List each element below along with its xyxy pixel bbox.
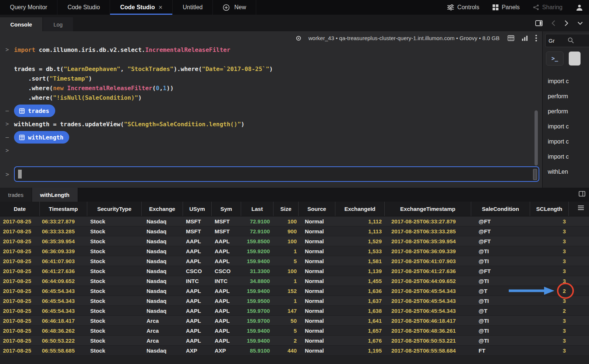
- input-scrollbar[interactable]: [533, 169, 537, 180]
- console-input[interactable]: [14, 166, 539, 182]
- table-row[interactable]: 2017-08-2506:55:58.685StockNasdaqAXPAXP8…: [0, 346, 589, 356]
- column-menu-icon[interactable]: [578, 205, 584, 210]
- sharing-button[interactable]: Sharing: [533, 4, 562, 11]
- column-header-sclength[interactable]: SCLength: [530, 202, 569, 216]
- nav-tab-query-monitor[interactable]: Query Monitor: [0, 0, 57, 15]
- tab-trades[interactable]: trades: [0, 188, 32, 202]
- table-row[interactable]: 2017-08-2506:48:36.262StockArcaAAPLAAPL1…: [0, 326, 589, 336]
- cell: Nasdaq: [142, 296, 183, 305]
- cell: 1,533: [335, 246, 385, 256]
- close-icon[interactable]: ×: [159, 4, 163, 11]
- history-item[interactable]: withLen: [543, 164, 589, 179]
- table-row[interactable]: 2017-08-2506:50:53.222StockArcaAAPLAAPL1…: [0, 336, 589, 346]
- cell: Nasdaq: [142, 216, 183, 226]
- tab-label: withLength: [40, 192, 70, 198]
- cell: 3: [530, 316, 569, 325]
- cell: Stock: [87, 216, 142, 226]
- table-row[interactable]: 2017-08-2506:36:09.339StockNasdaqAAPLAAP…: [0, 246, 589, 256]
- history-search-input[interactable]: [545, 34, 589, 47]
- table-icon: [19, 108, 25, 114]
- cell: 72.9100: [241, 216, 274, 226]
- top-nav: Query Monitor Code Studio Code Studio × …: [0, 0, 589, 15]
- column-header-sym[interactable]: Sym: [212, 202, 241, 216]
- column-header-securitytype[interactable]: SecurityType: [87, 202, 142, 216]
- nav-right: Controls Panels Sharing: [447, 4, 589, 11]
- code-line: >: [0, 146, 542, 155]
- column-header-last[interactable]: Last: [241, 202, 274, 216]
- cell: 1,195: [335, 346, 385, 355]
- column-header-timestamp[interactable]: Timestamp: [40, 202, 87, 216]
- overflow-menu-icon[interactable]: [535, 35, 537, 42]
- tab-log[interactable]: Log: [43, 17, 73, 31]
- table-row[interactable]: 2017-08-2506:44:09.652StockNasdaqINTCINT…: [0, 276, 589, 286]
- new-tab-button[interactable]: New: [213, 0, 256, 15]
- cell: Nasdaq: [142, 266, 183, 276]
- console-scrollbar[interactable]: [535, 110, 538, 166]
- cell: FT: [471, 346, 530, 355]
- cell: 06:48:36.262: [40, 326, 87, 335]
- table-row[interactable]: 2017-08-2506:45:54.343StockNasdaqAAPLAAP…: [0, 306, 589, 316]
- cell: 3: [530, 236, 569, 246]
- column-header-usym[interactable]: USym: [183, 202, 212, 216]
- cell: 159.9200: [241, 246, 274, 256]
- table-view-icon[interactable]: [508, 35, 514, 41]
- withlength-result-button[interactable]: withLength: [14, 131, 69, 144]
- panel-corner-icon[interactable]: [579, 191, 585, 197]
- maximize-panel-icon[interactable]: [535, 20, 543, 26]
- nav-tab-code-studio-1[interactable]: Code Studio: [57, 0, 110, 15]
- table-row[interactable]: 2017-08-2506:41:07.903StockNasdaqAAPLAAP…: [0, 256, 589, 266]
- chevron-right-icon[interactable]: [564, 20, 568, 26]
- table-row[interactable]: 2017-08-2506:46:18.417StockArcaAAPLAAPL1…: [0, 316, 589, 326]
- table-row[interactable]: 2017-08-2506:45:54.343StockNasdaqAAPLAAP…: [0, 296, 589, 306]
- column-header-source[interactable]: Source: [299, 202, 335, 216]
- cell: AAPL: [212, 296, 241, 305]
- history-item[interactable]: import c: [543, 149, 589, 164]
- cell: Normal: [299, 246, 335, 256]
- column-header-exchangeid[interactable]: ExchangeId: [335, 202, 385, 216]
- nav-tab-code-studio-2[interactable]: Code Studio ×: [110, 0, 173, 15]
- controls-button[interactable]: Controls: [447, 4, 479, 11]
- terminal-icon: >_: [551, 55, 558, 62]
- history-item[interactable]: perform: [543, 89, 589, 104]
- column-header-size[interactable]: Size: [274, 202, 299, 216]
- chart-icon[interactable]: [522, 35, 528, 41]
- chevron-left-icon[interactable]: [551, 20, 556, 26]
- history-item[interactable]: perform: [543, 104, 589, 119]
- table-row[interactable]: 2017-08-2506:35:39.954StockNasdaqAAPLAAP…: [0, 236, 589, 246]
- column-header-exchangetimestamp[interactable]: ExchangeTimestamp: [385, 202, 471, 216]
- column-header-date[interactable]: Date: [0, 202, 40, 216]
- code-line: [0, 54, 542, 64]
- chevron-down-icon[interactable]: [577, 21, 583, 25]
- table-row[interactable]: 2017-08-2506:45:54.343StockNasdaqAAPLAAP…: [0, 286, 589, 296]
- cell: MSFT: [183, 226, 212, 236]
- cell: 2017-08-25T06:46:18.417: [385, 316, 471, 325]
- cell: Nasdaq: [142, 256, 183, 266]
- secondary-toolbar-button[interactable]: [569, 52, 581, 66]
- cell: Nasdaq: [142, 226, 183, 236]
- cell: 1,581: [335, 256, 385, 266]
- console-toolbar: worker_43 • qa-treasureplus-cluster-quer…: [0, 31, 542, 45]
- column-header-exchange[interactable]: Exchange: [142, 202, 183, 216]
- panels-label: Panels: [502, 4, 520, 11]
- cell: 1,636: [335, 286, 385, 296]
- cell: Normal: [299, 326, 335, 335]
- panels-button[interactable]: Panels: [493, 4, 520, 11]
- nav-tab-untitled[interactable]: Untitled: [173, 0, 213, 15]
- column-header-salecondition[interactable]: SaleCondition: [471, 202, 530, 216]
- table-row[interactable]: 2017-08-2506:41:27.636StockNasdaqCSCOCSC…: [0, 266, 589, 276]
- history-item[interactable]: import c: [543, 134, 589, 149]
- trades-result-button[interactable]: trades: [14, 105, 55, 117]
- cell: Stock: [87, 316, 142, 325]
- cell: MSFT: [212, 226, 241, 236]
- code-line: .where("!isNull(SaleCondition)"): [0, 93, 542, 102]
- cell: 159.9400: [241, 286, 274, 296]
- table-row[interactable]: 2017-08-2506:33:27.879StockNasdaqMSFTMSF…: [0, 216, 589, 226]
- table-row[interactable]: 2017-08-2506:33:33.285StockNasdaqMSFTMSF…: [0, 226, 589, 236]
- user-menu-button[interactable]: [576, 4, 583, 11]
- tab-console[interactable]: Console: [0, 17, 42, 31]
- history-item[interactable]: import c: [543, 119, 589, 134]
- tab-withlength[interactable]: withLength: [32, 188, 78, 202]
- history-item[interactable]: import c: [543, 74, 589, 89]
- console-history-filter-button[interactable]: >_: [546, 52, 564, 66]
- cell: 06:45:54.343: [40, 306, 87, 315]
